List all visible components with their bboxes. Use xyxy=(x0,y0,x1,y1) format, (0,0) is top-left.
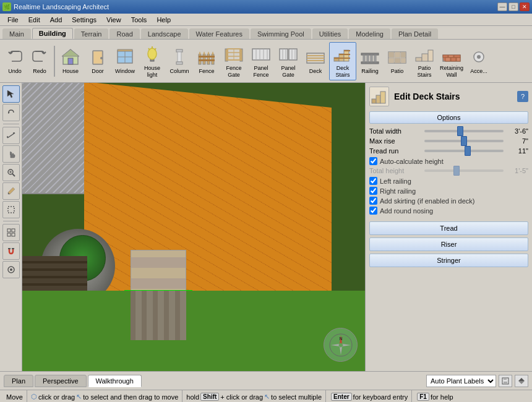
svg-marker-104 xyxy=(331,344,340,346)
svg-rect-72 xyxy=(443,55,448,58)
tool-select-button[interactable] xyxy=(2,85,20,103)
panel-help-button[interactable]: ? xyxy=(517,91,528,102)
statusbar: Move ⬡ click or drag ↖ to select and the… xyxy=(0,390,532,402)
close-button[interactable]: ✕ xyxy=(520,2,530,11)
riser-button[interactable]: Riser xyxy=(369,237,528,251)
tool-accessories[interactable]: Acce... xyxy=(465,42,492,80)
tool-fence[interactable]: Fence xyxy=(193,42,220,80)
accessories-icon xyxy=(469,47,489,67)
toolbar-divider-1 xyxy=(54,46,55,77)
svg-rect-76 xyxy=(451,58,456,61)
tool-extra-button[interactable] xyxy=(2,261,20,278)
tool-door[interactable]: Door xyxy=(84,42,111,80)
max-rise-label: Max rise xyxy=(369,137,422,145)
status-for-help: for help xyxy=(431,393,453,401)
tool-redo[interactable]: Redo xyxy=(27,42,52,80)
menu-file[interactable]: File xyxy=(2,15,24,25)
panel-fence-icon xyxy=(251,44,271,64)
view-tab-walkthrough[interactable]: Walkthrough xyxy=(88,375,142,387)
svg-rect-52 xyxy=(334,58,350,59)
svg-marker-114 xyxy=(518,381,525,384)
tool-pencil-button[interactable] xyxy=(2,182,20,200)
tool-undo[interactable]: Undo xyxy=(2,42,27,80)
tool-hand-button[interactable] xyxy=(2,145,20,163)
svg-marker-103 xyxy=(340,346,342,355)
svg-rect-85 xyxy=(10,152,11,155)
tread-run-slider[interactable] xyxy=(424,150,504,152)
tool-fence-gate[interactable]: FenceGate xyxy=(220,42,247,80)
tread-button[interactable]: Tread xyxy=(369,221,528,235)
tab-building[interactable]: Building xyxy=(32,28,73,39)
svg-rect-108 xyxy=(376,95,380,103)
menu-edit[interactable]: Edit xyxy=(24,15,45,25)
total-height-label: Total height xyxy=(369,167,422,174)
tool-zoom-button[interactable] xyxy=(2,164,20,181)
tool-house-light-label: Houselight xyxy=(144,65,160,79)
menu-tools[interactable]: Tools xyxy=(126,15,152,25)
tab-terrain[interactable]: Terrain xyxy=(74,28,109,39)
tab-bar: Main Building Terrain Road Landscape Wat… xyxy=(0,26,532,40)
tool-column[interactable]: Column xyxy=(166,42,193,80)
tab-road[interactable]: Road xyxy=(109,28,139,39)
right-railing-checkbox[interactable] xyxy=(369,187,377,195)
tab-landscape[interactable]: Landscape xyxy=(141,28,188,39)
tool-panel-gate[interactable]: PanelGate xyxy=(275,42,302,80)
tool-magnet-button[interactable] xyxy=(2,242,20,260)
view-icon-save[interactable] xyxy=(499,375,512,387)
svg-rect-17 xyxy=(176,62,182,64)
plant-label-dropdown[interactable]: Auto Plant Labels xyxy=(426,375,496,387)
menu-add[interactable]: Add xyxy=(45,15,67,25)
tab-main[interactable]: Main xyxy=(2,28,31,39)
tool-rotate-button[interactable] xyxy=(2,104,20,121)
tool-deck-stairs[interactable]: DeckStairs xyxy=(329,42,356,80)
add-nosing-label: Add round nosing xyxy=(380,207,433,215)
tool-house-light[interactable]: Houselight xyxy=(139,42,166,80)
tool-patio[interactable]: Patio xyxy=(384,42,411,80)
tool-panel-fence[interactable]: PanelFence xyxy=(247,42,275,80)
tool-patio-stairs[interactable]: PatioStairs xyxy=(411,42,438,80)
panel-title: Edit Deck Stairs xyxy=(394,92,460,101)
total-height-slider xyxy=(424,169,504,172)
status-select-multiple: to select multiple xyxy=(271,393,322,401)
tool-crop-button[interactable] xyxy=(2,201,20,218)
minimize-button[interactable]: — xyxy=(497,2,507,11)
tab-water-features[interactable]: Water Features xyxy=(189,28,249,39)
svg-line-82 xyxy=(7,133,15,138)
tool-measure-button[interactable] xyxy=(2,127,20,144)
canvas-area[interactable]: N xyxy=(22,83,365,371)
tab-swimming-pool[interactable]: Swimming Pool xyxy=(251,28,311,39)
max-rise-slider[interactable] xyxy=(424,140,504,142)
tool-window[interactable]: Window xyxy=(111,42,139,80)
tool-accessories-label: Acce... xyxy=(470,68,487,75)
view-tab-perspective[interactable]: Perspective xyxy=(35,375,86,387)
tool-retaining-wall[interactable]: RetainingWall xyxy=(438,42,465,80)
svg-line-87 xyxy=(12,174,15,176)
tool-house[interactable]: House xyxy=(57,42,84,80)
auto-calc-checkbox[interactable] xyxy=(369,157,377,165)
svg-rect-95 xyxy=(7,233,11,236)
svg-rect-16 xyxy=(178,52,181,62)
menu-settings[interactable]: Settings xyxy=(67,15,101,25)
tab-utilities[interactable]: Utilities xyxy=(312,28,348,39)
house-icon xyxy=(61,47,80,67)
total-width-slider[interactable] xyxy=(424,130,504,132)
maximize-button[interactable]: □ xyxy=(508,2,518,11)
left-railing-checkbox[interactable] xyxy=(369,177,377,185)
add-nosing-checkbox[interactable] xyxy=(369,207,377,215)
add-skirting-checkbox[interactable] xyxy=(369,197,377,205)
svg-rect-54 xyxy=(344,50,350,51)
tool-railing[interactable]: Railing xyxy=(356,42,384,80)
svg-rect-92 xyxy=(8,207,14,213)
svg-rect-58 xyxy=(367,55,369,62)
tab-modeling[interactable]: Modeling xyxy=(349,28,390,39)
tool-grid-button[interactable] xyxy=(2,224,20,241)
right-panel: Edit Deck Stairs ? Options Total width 3… xyxy=(365,83,532,371)
view-tab-plan[interactable]: Plan xyxy=(4,375,33,387)
menu-view[interactable]: View xyxy=(101,15,126,25)
tool-deck-label: Deck xyxy=(309,68,322,75)
tool-deck[interactable]: Deck xyxy=(302,42,329,80)
stringer-button[interactable]: Stringer xyxy=(369,254,528,267)
tab-plan-detail[interactable]: Plan Detail xyxy=(392,28,438,39)
view-icon-expand[interactable] xyxy=(515,375,528,387)
menu-help[interactable]: Help xyxy=(152,15,176,25)
